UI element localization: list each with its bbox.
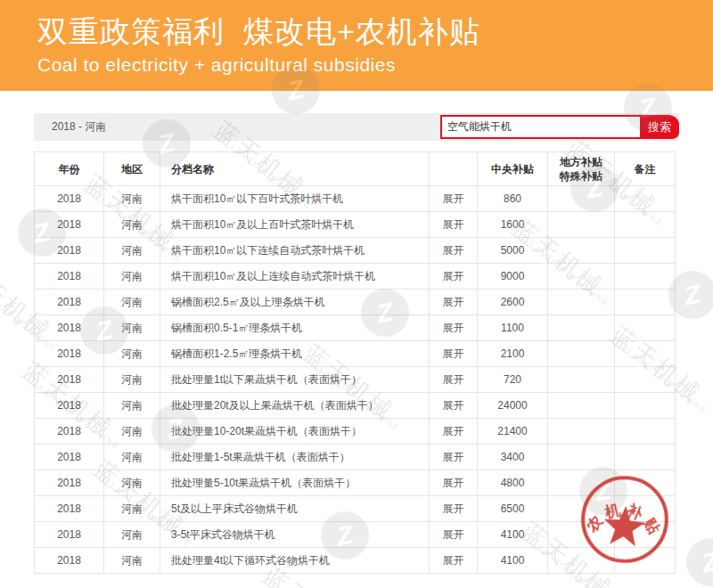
cell-expand: 展开 [430, 186, 478, 212]
cell-category: 批处理量10-20t果蔬烘干机（表面烘干） [160, 419, 430, 445]
cell-region: 河南 [104, 470, 160, 496]
cell-year: 2018 [35, 212, 104, 238]
cell-year: 2018 [35, 315, 104, 341]
cell-central-subsidy: 4100 [478, 522, 548, 548]
cell-note [615, 445, 676, 470]
cell-local-subsidy [548, 393, 615, 419]
expand-link[interactable]: 展开 [443, 244, 464, 257]
expand-link[interactable]: 展开 [443, 477, 464, 489]
page: 双重政策福利 煤改电+农机补贴 Coal to electricity + ag… [0, 0, 713, 588]
cell-year: 2018 [35, 264, 104, 290]
cell-note [615, 264, 676, 290]
cell-year: 2018 [35, 341, 104, 367]
cell-region: 河南 [104, 496, 160, 522]
header-expand [430, 152, 478, 186]
table-row: 2018 河南 批处理量10-20t果蔬烘干机（表面烘干） 展开 21400 [35, 419, 676, 445]
cell-category: 批处理量20t及以上果蔬烘干机（表面烘干） [160, 393, 430, 419]
cell-local-subsidy [548, 264, 615, 290]
expand-link[interactable]: 展开 [443, 502, 464, 515]
cell-expand: 展开 [430, 315, 478, 341]
table-row: 2018 河南 烘干面积10㎡以下百叶式茶叶烘干机 展开 860 [35, 186, 676, 212]
search-button[interactable]: 搜索 [640, 117, 679, 137]
cell-expand: 展开 [430, 290, 478, 315]
header-local-subsidy: 地方补贴 特殊补贴 [548, 152, 615, 186]
cell-expand: 展开 [430, 264, 478, 290]
cell-central-subsidy: 2100 [478, 341, 548, 367]
cell-category: 批处理量1t以下果蔬烘干机（表面烘干） [160, 367, 430, 393]
cell-year: 2018 [35, 419, 104, 445]
cell-year: 2018 [35, 470, 104, 496]
expand-link[interactable]: 展开 [443, 451, 464, 463]
cell-category: 烘干面积10㎡及以上连续自动式茶叶烘干机 [160, 264, 430, 290]
table-row: 2018 河南 锅槽面积1-2.5㎡理条烘干机 展开 2100 [35, 341, 676, 367]
cell-year: 2018 [35, 496, 104, 522]
expand-link[interactable]: 展开 [443, 296, 464, 308]
cell-region: 河南 [104, 238, 160, 264]
cell-note [615, 290, 676, 315]
cell-category: 锅槽面积0.5-1㎡理条烘干机 [160, 315, 430, 341]
cell-local-subsidy [548, 341, 615, 367]
cell-category: 批处理量4t以下循环式谷物烘干机 [160, 548, 430, 574]
expand-link[interactable]: 展开 [443, 425, 464, 437]
expand-link[interactable]: 展开 [443, 347, 464, 360]
cell-central-subsidy: 720 [478, 367, 548, 393]
table-row: 2018 河南 烘干面积10㎡以下连续自动式茶叶烘干机 展开 5000 [35, 238, 676, 264]
table-row: 2018 河南 锅槽面积2.5㎡及以上理条烘干机 展开 2600 [35, 290, 676, 315]
cell-central-subsidy: 1600 [478, 212, 548, 238]
cell-central-subsidy: 860 [478, 186, 548, 212]
cell-expand: 展开 [430, 419, 478, 445]
cell-region: 河南 [104, 290, 160, 315]
cell-expand: 展开 [430, 522, 478, 548]
cell-central-subsidy: 4100 [478, 548, 548, 574]
expand-link[interactable]: 展开 [443, 399, 464, 412]
header-year: 年份 [35, 152, 104, 186]
cell-region: 河南 [104, 548, 160, 574]
cell-year: 2018 [35, 393, 104, 419]
cell-local-subsidy [548, 212, 615, 238]
cell-category: 烘干面积10㎡以下百叶式茶叶烘干机 [160, 186, 430, 212]
cell-year: 2018 [35, 290, 104, 315]
table-header: 年份 地区 分档名称 中央补贴 地方补贴 特殊补贴 备注 [35, 152, 676, 186]
promo-banner: 双重政策福利 煤改电+农机补贴 Coal to electricity + ag… [0, 0, 713, 91]
cell-expand: 展开 [430, 496, 478, 522]
expand-link[interactable]: 展开 [443, 192, 464, 205]
cell-year: 2018 [35, 445, 104, 470]
cell-region: 河南 [104, 341, 160, 367]
cell-local-subsidy [548, 186, 615, 212]
cell-category: 烘干面积10㎡以下连续自动式茶叶烘干机 [160, 238, 430, 264]
cell-note [615, 186, 676, 212]
cell-category: 烘干面积10㎡及以上百叶式茶叶烘干机 [160, 212, 430, 238]
cell-expand: 展开 [430, 341, 478, 367]
expand-link[interactable]: 展开 [443, 218, 464, 231]
cell-note [615, 238, 676, 264]
banner-title: 双重政策福利 煤改电+农机补贴 [37, 11, 713, 52]
header-region: 地区 [104, 152, 160, 186]
expand-link[interactable]: 展开 [443, 373, 464, 386]
cell-central-subsidy: 24000 [478, 393, 548, 419]
cell-central-subsidy: 1100 [478, 315, 548, 341]
cell-expand: 展开 [430, 367, 478, 393]
cell-region: 河南 [104, 315, 160, 341]
header-local-line1: 地方补贴 [548, 155, 614, 169]
cell-central-subsidy: 6500 [478, 496, 548, 522]
expand-link[interactable]: 展开 [443, 322, 464, 334]
cell-region: 河南 [104, 367, 160, 393]
table-row: 2018 河南 烘干面积10㎡及以上百叶式茶叶烘干机 展开 1600 [35, 212, 676, 238]
cell-year: 2018 [35, 522, 104, 548]
cell-local-subsidy [548, 238, 615, 264]
table-row: 2018 河南 批处理量20t及以上果蔬烘干机（表面烘干） 展开 24000 [35, 393, 676, 419]
search-box: 搜索 [440, 115, 679, 139]
cell-category: 5t及以上平床式谷物烘干机 [160, 496, 430, 522]
cell-region: 河南 [104, 445, 160, 470]
cell-category: 批处理量5-10t果蔬烘干机（表面烘干） [160, 470, 430, 496]
cell-note [615, 419, 676, 445]
expand-link[interactable]: 展开 [443, 528, 464, 541]
cell-category: 锅槽面积2.5㎡及以上理条烘干机 [160, 290, 430, 315]
cell-expand: 展开 [430, 393, 478, 419]
cell-central-subsidy: 4800 [478, 470, 548, 496]
cell-region: 河南 [104, 419, 160, 445]
search-input[interactable] [442, 117, 640, 137]
expand-link[interactable]: 展开 [443, 270, 464, 282]
table-row: 2018 河南 批处理量1t以下果蔬烘干机（表面烘干） 展开 720 [35, 367, 676, 393]
expand-link[interactable]: 展开 [443, 554, 464, 567]
